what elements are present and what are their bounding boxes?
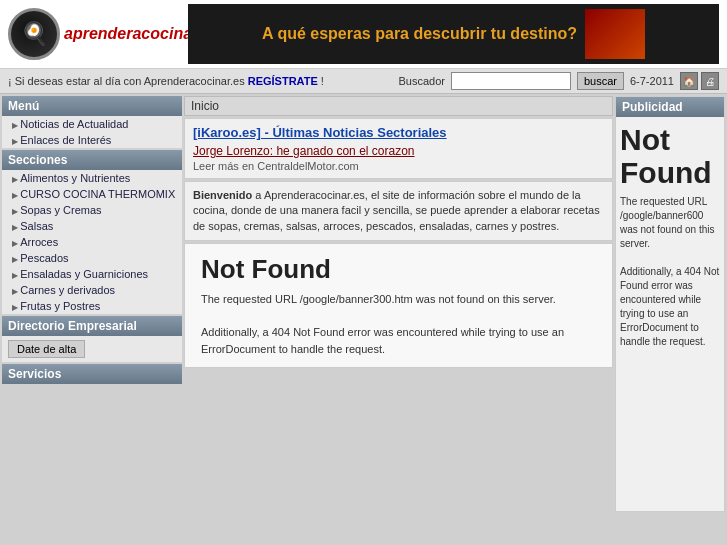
banner-image bbox=[585, 9, 645, 59]
banner: A qué esperas para descubrir tu destino? bbox=[188, 4, 719, 64]
pub-header: Publicidad bbox=[616, 97, 724, 117]
search-label: Buscador bbox=[398, 75, 444, 87]
right-notfound-body: The requested URL /google/banner600 was … bbox=[620, 195, 720, 349]
sidebar-item-pescados[interactable]: Pescados bbox=[2, 250, 182, 266]
news-subtitle[interactable]: Jorge Lorenzo: he ganado con el corazon bbox=[193, 144, 604, 158]
sidebar: Menú Noticias de Actualidad Enlaces de I… bbox=[2, 96, 182, 512]
main-content: Inicio [iKaroo.es] - Últimas Noticias Se… bbox=[184, 96, 613, 512]
search-input[interactable] bbox=[451, 72, 571, 90]
menu-header: Menú bbox=[2, 96, 182, 116]
date-display: 6-7-2011 bbox=[630, 75, 674, 87]
welcome-text: a Aprenderacocinar.es, el site de inform… bbox=[193, 189, 600, 232]
banner-text: A qué esperas para descubrir tu destino? bbox=[262, 25, 577, 43]
menu-section: Menú Noticias de Actualidad Enlaces de I… bbox=[2, 96, 182, 148]
directorio-section: Directorio Empresarial Date de alta bbox=[2, 316, 182, 362]
sidebar-item-arroces[interactable]: Arroces bbox=[2, 234, 182, 250]
breadcrumb: Inicio bbox=[184, 96, 613, 116]
right-sidebar: Publicidad NotFound The requested URL /g… bbox=[615, 96, 725, 512]
home-icon[interactable]: 🏠 bbox=[680, 72, 698, 90]
news-title[interactable]: [iKaroo.es] - Últimas Noticias Sectorial… bbox=[193, 125, 604, 140]
date-alta-button[interactable]: Date de alta bbox=[8, 340, 85, 358]
date-alta-area: Date de alta bbox=[2, 336, 182, 362]
register-link[interactable]: REGÍSTRATE bbox=[248, 75, 318, 87]
logo-area: aprenderacocinar.es bbox=[8, 8, 188, 60]
sidebar-item-salsas[interactable]: Salsas bbox=[2, 218, 182, 234]
services-header: Servicios bbox=[2, 364, 182, 384]
welcome-bold: Bienvenido bbox=[193, 189, 252, 201]
sidebar-item-carnes[interactable]: Carnes y derivados bbox=[2, 282, 182, 298]
search-button[interactable]: buscar bbox=[577, 72, 624, 90]
notfound-url-text: The requested URL /google/banner300.htm … bbox=[201, 293, 556, 305]
news-more: Leer más en CentraldelMotor.com bbox=[193, 160, 604, 172]
sidebar-item-curso[interactable]: CURSO COCINA THERMOMIX bbox=[2, 186, 182, 202]
sidebar-item-enlaces[interactable]: Enlaces de Interés bbox=[2, 132, 182, 148]
main-layout: Menú Noticias de Actualidad Enlaces de I… bbox=[0, 94, 727, 514]
logo-name: aprenderacocinar bbox=[64, 25, 197, 42]
right-notfound-body1: The requested URL /google/banner600 was … bbox=[620, 196, 715, 249]
sidebar-item-sopas[interactable]: Sopas y Cremas bbox=[2, 202, 182, 218]
news-block: [iKaroo.es] - Últimas Noticias Sectorial… bbox=[184, 118, 613, 179]
toolbar-icons: 🏠 🖨 bbox=[680, 72, 719, 90]
logo-icon bbox=[8, 8, 60, 60]
sidebar-item-ensaladas[interactable]: Ensaladas y Guarniciones bbox=[2, 266, 182, 282]
sidebar-item-alimentos[interactable]: Alimentos y Nutrientes bbox=[2, 170, 182, 186]
print-icon[interactable]: 🖨 bbox=[701, 72, 719, 90]
directorio-header: Directorio Empresarial bbox=[2, 316, 182, 336]
notfound-body: The requested URL /google/banner300.htm … bbox=[201, 291, 596, 357]
sidebar-item-noticias[interactable]: Noticias de Actualidad bbox=[2, 116, 182, 132]
sidebar-item-frutas[interactable]: Frutas y Postres bbox=[2, 298, 182, 314]
secciones-header: Secciones bbox=[2, 150, 182, 170]
right-notfound-body2: Additionally, a 404 Not Found error was … bbox=[620, 266, 719, 347]
toolbar: ¡ Si deseas estar al día con Aprenderaco… bbox=[0, 69, 727, 94]
welcome-block: Bienvenido a Aprenderacocinar.es, el sit… bbox=[184, 181, 613, 241]
notfound-title: Not Found bbox=[201, 254, 596, 285]
secciones-section: Secciones Alimentos y Nutrientes CURSO C… bbox=[2, 150, 182, 314]
header: aprenderacocinar.es A qué esperas para d… bbox=[0, 0, 727, 69]
notfound-block: Not Found The requested URL /google/bann… bbox=[184, 243, 613, 368]
services-section: Servicios bbox=[2, 364, 182, 384]
right-notfound-title: NotFound bbox=[620, 123, 720, 189]
toolbar-message: ¡ Si deseas estar al día con Aprenderaco… bbox=[8, 75, 392, 87]
notfound-additional-text: Additionally, a 404 Not Found error was … bbox=[201, 326, 564, 355]
